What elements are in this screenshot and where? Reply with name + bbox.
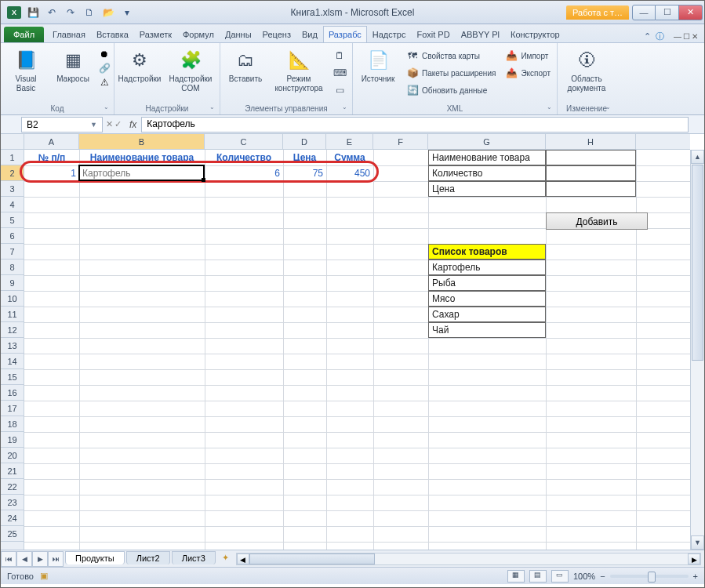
qat-undo-icon[interactable]: ↶: [43, 4, 60, 21]
help-icon[interactable]: ⓘ: [656, 31, 664, 42]
scroll-left-button[interactable]: ◀: [237, 554, 249, 564]
col-header-A[interactable]: A: [24, 134, 79, 149]
macro-record-status-icon[interactable]: ▣: [40, 571, 48, 581]
mdi-minimize-icon[interactable]: —: [674, 32, 681, 41]
row-header-8[interactable]: 8: [1, 260, 24, 275]
col-header-E[interactable]: E: [326, 134, 373, 149]
document-panel-button[interactable]: 🛈 Область документа: [561, 45, 612, 96]
row-header-10[interactable]: 10: [1, 291, 24, 307]
row-header-4[interactable]: 4: [1, 197, 24, 212]
tab-developer[interactable]: Разрабс: [323, 26, 367, 42]
map-properties-button[interactable]: 🗺Свойства карты: [403, 48, 499, 64]
column-headers[interactable]: ABCDEFGH: [24, 134, 690, 150]
cell-G7[interactable]: Список товаров: [428, 244, 546, 260]
xml-export-button[interactable]: 📤Экспорт: [502, 65, 554, 81]
use-relative-icon[interactable]: 🔗: [98, 62, 111, 74]
row-header-11[interactable]: 11: [1, 307, 24, 322]
qat-open-icon[interactable]: 📂: [100, 4, 117, 21]
view-code-button[interactable]: ⌨: [330, 65, 349, 81]
cell-G2[interactable]: Количество: [428, 165, 546, 181]
file-tab[interactable]: Файл: [4, 27, 44, 42]
minimize-button[interactable]: —: [632, 5, 656, 20]
row-header-20[interactable]: 20: [1, 448, 24, 463]
qat-dropdown-icon[interactable]: ▾: [118, 4, 136, 21]
scroll-down-button[interactable]: ▼: [691, 535, 704, 550]
view-pagebreak-button[interactable]: ▭: [551, 570, 569, 583]
col-header-G[interactable]: G: [428, 134, 546, 149]
design-mode-button[interactable]: 📐 Режим конструктора: [271, 45, 327, 96]
mdi-restore-icon[interactable]: ☐: [683, 32, 690, 41]
formula-input[interactable]: Картофель: [141, 117, 689, 132]
refresh-data-button[interactable]: 🔄Обновить данные: [403, 82, 499, 98]
row-header-5[interactable]: 5: [1, 212, 24, 228]
tab-formulas[interactable]: Формул: [177, 26, 220, 42]
sheet-nav-first[interactable]: ⏮: [1, 551, 16, 567]
zoom-out-button[interactable]: −: [600, 572, 605, 581]
expansion-packs-button[interactable]: 📦Пакеты расширения: [403, 65, 499, 81]
qat-new-icon[interactable]: 🗋: [81, 4, 98, 21]
row-header-16[interactable]: 16: [1, 385, 24, 401]
tab-data[interactable]: Данны: [220, 26, 257, 42]
row-header-19[interactable]: 19: [1, 432, 24, 448]
cell-C1[interactable]: Количество: [205, 150, 283, 165]
addins-button[interactable]: ⚙ Надстройки: [118, 45, 162, 87]
sheet-tab-3[interactable]: Лист3: [172, 551, 216, 564]
tab-addins[interactable]: Надстрс: [367, 26, 412, 42]
select-all-corner[interactable]: [1, 134, 24, 150]
row-header-9[interactable]: 9: [1, 275, 24, 291]
qat-save-icon[interactable]: 💾: [24, 4, 42, 21]
tab-home[interactable]: Главная: [47, 26, 91, 42]
col-header-B[interactable]: B: [79, 134, 205, 149]
maximize-button[interactable]: ☐: [656, 5, 679, 20]
row-header-15[interactable]: 15: [1, 369, 24, 385]
ribbon-minimize-icon[interactable]: ⌃: [644, 31, 651, 42]
tab-view[interactable]: Вид: [296, 26, 323, 42]
name-box[interactable]: B2▼: [21, 117, 103, 132]
row-header-23[interactable]: 23: [1, 495, 24, 510]
row-header-1[interactable]: 1: [1, 150, 24, 165]
mdi-close-icon[interactable]: ✕: [692, 32, 698, 41]
row-header-6[interactable]: 6: [1, 228, 24, 244]
row-header-21[interactable]: 21: [1, 463, 24, 479]
sheet-nav-prev[interactable]: ◀: [16, 551, 32, 567]
com-addins-button[interactable]: 🧩 Надстройки COM: [165, 45, 216, 96]
sheet-nav-last[interactable]: ⏭: [48, 551, 64, 567]
vertical-scrollbar[interactable]: ▲ ▼: [690, 150, 704, 550]
visual-basic-button[interactable]: 📘 Visual Basic: [4, 45, 48, 96]
cell-E2[interactable]: 450: [326, 165, 373, 181]
insert-control-button[interactable]: 🗂 Вставить: [223, 45, 267, 87]
tab-insert[interactable]: Вставка: [91, 26, 134, 42]
row-header-12[interactable]: 12: [1, 322, 24, 338]
row-header-24[interactable]: 24: [1, 510, 24, 526]
xml-source-button[interactable]: 📄 Источник: [356, 45, 400, 87]
cell-G9[interactable]: Рыба: [428, 275, 546, 291]
tab-foxit[interactable]: Foxit PD: [411, 26, 455, 42]
cell-G8[interactable]: Картофель: [428, 260, 546, 275]
row-header-14[interactable]: 14: [1, 354, 24, 369]
sheet-nav-next[interactable]: ▶: [32, 551, 48, 567]
cell-C2[interactable]: 6: [205, 165, 283, 181]
tab-abbyy[interactable]: ABBYY Pl: [456, 26, 505, 42]
cell-A2[interactable]: 1: [24, 165, 79, 181]
new-sheet-button[interactable]: ✦: [219, 553, 233, 565]
col-header-F[interactable]: F: [373, 134, 428, 149]
worksheet-grid[interactable]: ABCDEFGH 1234567891011121314151617181920…: [1, 134, 704, 550]
zoom-level[interactable]: 100%: [573, 572, 595, 581]
cell-B1[interactable]: Наименование товара: [79, 150, 205, 165]
row-header-2[interactable]: 2: [1, 165, 24, 181]
row-header-3[interactable]: 3: [1, 181, 24, 197]
fx-icon[interactable]: fx: [129, 119, 136, 130]
tab-constructor[interactable]: Конструктор: [505, 26, 565, 42]
col-header-D[interactable]: D: [283, 134, 326, 149]
row-header-17[interactable]: 17: [1, 401, 24, 416]
excel-app-icon[interactable]: X: [5, 4, 23, 21]
row-headers[interactable]: 1234567891011121314151617181920212223242…: [1, 150, 24, 550]
record-macro-icon[interactable]: ⏺: [98, 48, 111, 60]
xml-import-button[interactable]: 📥Импорт: [502, 48, 554, 64]
col-header-C[interactable]: C: [205, 134, 283, 149]
zoom-slider[interactable]: [610, 575, 689, 578]
row-header-13[interactable]: 13: [1, 338, 24, 354]
cell-E1[interactable]: Сумма: [326, 150, 373, 165]
cell-H3[interactable]: [546, 181, 636, 197]
view-layout-button[interactable]: ▤: [529, 570, 547, 583]
